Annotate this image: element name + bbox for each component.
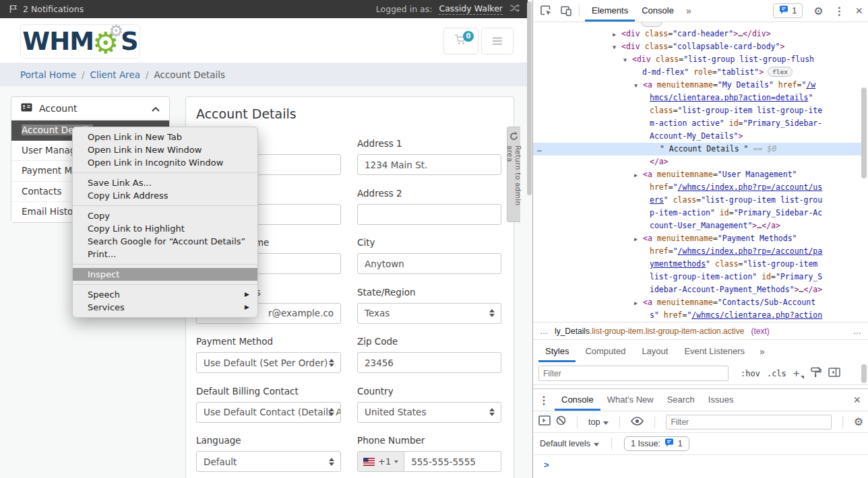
dom-tree-line[interactable]: ▶<div class="card-header">…</div> [613,28,771,41]
sidebar-header[interactable]: Account [11,97,169,121]
styles-tab-styles[interactable]: Styles [538,341,576,362]
shuffle-icon[interactable] [509,4,520,14]
paint-icon[interactable] [810,367,822,380]
styles-tab-computed[interactable]: Computed [578,341,632,362]
breadcrumb-client-area[interactable]: Client Area [90,69,140,80]
crumbs-overflow-right[interactable]: … [853,327,861,336]
context-menu-item-copy-link-address[interactable]: Copy Link Address [73,189,257,202]
gear-icon[interactable]: ⚙ [813,5,823,18]
expand-arrow-icon[interactable]: ▶ [634,169,643,182]
dom-tree-line[interactable]: ▼<div class="list-group list-group-flush [623,53,814,67]
context-menu-item-print[interactable]: Print... [73,248,257,261]
device-toolbar-icon[interactable] [559,4,574,18]
dom-tree-line[interactable]: s" href="/whmcs/clientarea.php?action [650,309,822,322]
language-select[interactable]: Default [196,451,341,472]
console-issue-badge[interactable]: 1 Issue: 1 [624,436,689,451]
console-filter-input[interactable] [666,415,832,430]
context-menu-item-copy-link-to-highlight[interactable]: Copy Link to Highlight [73,222,257,235]
phone-number-input[interactable]: +1555-555-5555 [357,451,501,472]
phone-country-prefix[interactable]: +1 [358,452,404,471]
expand-arrow-icon[interactable]: ▶ [613,28,621,41]
page-scrollbar[interactable] [527,1,532,195]
expand-arrow-icon[interactable]: ▶ [634,233,643,246]
expand-arrow-icon[interactable]: ▼ [613,41,621,54]
dom-tree-line[interactable]: ers" class="list-group-item list-grou [650,194,822,207]
breadcrumb-portal-home[interactable]: Portal Home [20,69,76,80]
dom-tree-line[interactable]: count-User_Management">…</a> [650,219,780,232]
dom-tree-line[interactable]: " Account Details " == $0 [660,143,776,156]
context-menu-item-search-google-for-account-details[interactable]: Search Google for “Account Details” [73,235,257,248]
kebab-menu-icon[interactable]: ⋮ [834,5,844,18]
execution-context-selector[interactable]: top [588,417,609,427]
dom-tree-line[interactable]: m-action active" id="Primary_Sidebar- [650,117,822,130]
dom-tree-line[interactable]: ▶<a menuitemname="User Management" [634,168,797,182]
devtools-tab-elements[interactable]: Elements [585,0,635,22]
dom-tree-line[interactable]: idebar-Account-Payment_Methods">…</a> [650,283,822,296]
country-select[interactable]: United States [357,402,501,423]
dom-tree-line[interactable]: ▼<a menuitemname="My Details" href="/w [634,79,815,92]
more-tabs-icon[interactable]: » [754,346,770,357]
city-input[interactable] [357,253,501,274]
cart-button[interactable]: 0 [443,28,478,55]
toggle-class-editor[interactable]: .cls [767,369,786,378]
console-sidebar-icon[interactable] [538,415,551,428]
crumb-text-node[interactable]: (text) [751,327,769,336]
expand-arrow-icon[interactable]: ▼ [623,54,632,67]
node-gutter-dots[interactable]: … [537,143,542,156]
styles-tab-layout[interactable]: Layout [635,341,675,362]
clear-console-icon[interactable] [556,415,566,428]
zip-code-input[interactable] [357,352,501,373]
state-region-select[interactable]: Texas [357,303,501,324]
context-menu-item-inspect[interactable]: Inspect [73,268,257,281]
styles-filter-input[interactable] [538,366,728,381]
selected-element-crumb[interactable]: ly_Details.list-group-item.list-group-it… [555,327,744,336]
styles-tab-event-listeners[interactable]: Event Listeners [677,341,751,362]
hamburger-menu-button[interactable] [481,28,514,55]
drawer-tab-issues[interactable]: Issues [702,389,741,411]
console-prompt-chevron[interactable]: > [544,460,549,470]
logged-in-user-link[interactable]: Cassidy Walker [439,3,503,15]
dom-tree-scrollbar[interactable] [861,88,867,178]
expand-arrow-icon[interactable]: ▼ [634,79,643,92]
flex-badge[interactable]: flex [768,67,793,77]
gear-icon[interactable]: ⚙ [854,415,863,428]
dom-tree-line[interactable]: Account-My_Details"> [650,130,743,143]
default-billing-contact-select[interactable]: Use Default Contact (Details Al [196,402,341,423]
dom-tree-line[interactable]: ▶<a menuitemname="Payment Methods" [634,232,797,246]
dom-tree-line[interactable]: hmcs/clientarea.php?action=details" [650,92,813,104]
notifications-link[interactable]: 2 Notifications [23,4,84,14]
styles-scrollbar[interactable] [861,364,867,383]
context-menu-item-save-link-as[interactable]: Save Link As... [73,176,257,189]
issues-counter[interactable]: 1 [773,3,803,18]
computed-panel-icon[interactable] [828,368,840,380]
crumbs-overflow-left[interactable]: … [540,327,548,336]
close-icon[interactable]: × [853,393,861,407]
dom-tree-line[interactable]: ymentmethods" class="list-group-item [650,258,817,271]
drawer-tab-console[interactable]: Console [555,389,600,411]
more-tabs-icon[interactable]: » [681,5,697,16]
dom-tree-line[interactable]: href="/whmcs/index.php?rp=/account/us [650,181,822,194]
eye-icon[interactable] [631,416,644,428]
dom-tree-line[interactable]: href="/whmcs/index.php?rp=/account/pa [650,245,822,258]
elements-dom-tree[interactable]: ▶<div class="card-header">…</div>▼<div c… [533,22,868,322]
expand-arrow-icon[interactable]: ▶ [634,297,643,310]
dom-tree-line[interactable]: class="list-group-item list-group-ite [650,104,822,117]
dom-tree-line[interactable]: ▶<a menuitemname="Contacts/Sub-Account [634,296,815,310]
log-levels-dropdown[interactable]: Default levels [540,439,599,448]
context-menu-item-open-link-in-new-window[interactable]: Open Link in New Window [73,143,257,156]
dom-tree-line[interactable]: list-group-item-action" id="Primary_S [650,271,822,283]
inspect-element-icon[interactable] [538,4,553,18]
payment-method-select[interactable]: Use Default (Set Per Order) [196,352,341,373]
toggle-hover-state[interactable]: :hov [741,369,760,378]
context-menu-item-copy[interactable]: Copy [73,209,257,222]
drawer-tab-search[interactable]: Search [660,389,702,411]
return-to-admin-tab[interactable]: Return to admin area [507,127,520,222]
dom-tree-line[interactable]: ▼<div class="collapsable-card-body"> [613,40,784,54]
dom-tree-line[interactable]: </a> [650,156,669,168]
context-menu-item-speech[interactable]: Speech▶ [73,288,257,301]
kebab-menu-icon[interactable]: ⋮ [538,394,549,407]
devtools-tab-console[interactable]: Console [635,0,681,22]
context-menu-item-open-link-in-incognito-window[interactable]: Open Link in Incognito Window [73,156,257,169]
drawer-tab-what-s-new[interactable]: What's New [600,389,660,411]
context-menu-item-services[interactable]: Services▶ [73,301,257,314]
